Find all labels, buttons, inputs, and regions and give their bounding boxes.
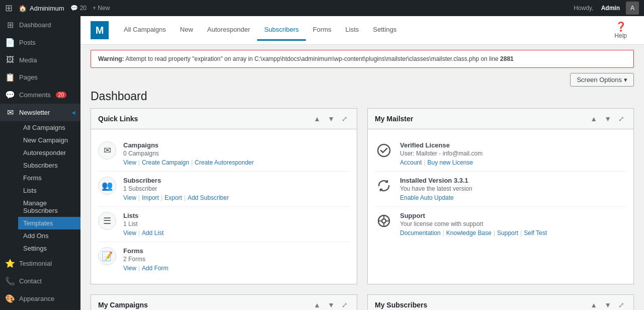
- ql-subscribers-export[interactable]: Export: [165, 194, 182, 201]
- ql-subscribers-sub: 1 Subscriber: [123, 185, 350, 192]
- sidebar-item-pages[interactable]: 📋 Pages: [0, 68, 80, 86]
- quick-links-body: ✉ Campaigns 0 Campaigns View|Create Camp…: [91, 129, 357, 284]
- ql-forms-icon: 📝: [98, 247, 116, 265]
- help-circle-icon: ❓: [614, 21, 627, 32]
- new-bar-item[interactable]: + New: [93, 5, 110, 12]
- mm-knowledge-base-link[interactable]: Knowledge Base: [446, 229, 492, 237]
- quick-links-title: Quick Links: [98, 115, 311, 123]
- sidebar-item-testimonial[interactable]: ⭐ Testimonial: [0, 255, 80, 272]
- screen-options-button[interactable]: Screen Options ▾: [570, 73, 634, 87]
- quick-links-collapse-down[interactable]: ▼: [326, 114, 337, 124]
- my-subscribers-widget: My Subscribers ▲ ▼ ⤢ You have 1 Subscrib…: [367, 294, 634, 310]
- my-campaigns-collapse-down[interactable]: ▼: [326, 300, 337, 310]
- plugin-nav-forms[interactable]: Forms: [306, 20, 339, 41]
- sidebar-item-comments[interactable]: 💬 Comments 20: [0, 86, 80, 104]
- sidebar-item-forms[interactable]: Forms: [18, 172, 80, 184]
- mm-account-link[interactable]: Account: [400, 159, 422, 166]
- sidebar-item-autoresponder[interactable]: Autoresponder: [18, 146, 80, 159]
- sidebar-item-new-campaign[interactable]: New Campaign: [18, 134, 80, 146]
- plugin-nav-all-campaigns[interactable]: All Campaigns: [117, 20, 173, 41]
- mm-version-links: Enable Auto Update: [400, 194, 626, 201]
- wp-logo-icon[interactable]: ⊞: [5, 3, 13, 14]
- ql-lists-view[interactable]: View: [123, 229, 136, 237]
- mm-license-sub: User: Mailster - info@mail.com: [400, 150, 626, 157]
- my-subscribers-title: My Subscribers: [375, 301, 588, 309]
- mm-license-content: Verified License User: Mailster - info@m…: [400, 141, 626, 166]
- plugin-nav-autoresponder[interactable]: Autoresponder: [200, 20, 257, 41]
- sidebar-item-appearance[interactable]: 🎨 Appearance: [0, 290, 80, 307]
- testimonial-icon: ⭐: [5, 259, 15, 268]
- sidebar-item-media[interactable]: 🖼 Media: [0, 51, 80, 68]
- ql-add-form[interactable]: Add Form: [142, 265, 169, 272]
- chevron-down-icon: ▾: [624, 76, 627, 84]
- sidebar-item-settings[interactable]: Settings: [18, 242, 80, 255]
- sidebar-item-newsletter[interactable]: ✉ Newsletter ◀: [0, 104, 80, 121]
- my-subscribers-header: My Subscribers ▲ ▼ ⤢: [368, 295, 633, 310]
- svg-point-0: [378, 144, 390, 157]
- my-subscribers-collapse-up[interactable]: ▲: [588, 300, 599, 310]
- mm-self-test-link[interactable]: Self Test: [524, 229, 547, 237]
- sidebar-item-templates[interactable]: Templates: [18, 217, 80, 229]
- my-subscribers-collapse-down[interactable]: ▼: [602, 300, 613, 310]
- comments-bar-item[interactable]: 💬 20: [70, 5, 87, 12]
- ql-lists-sub: 1 List: [123, 220, 350, 227]
- layout: ⊞ Dashboard 📄 Posts 🖼 Media 📋 Pages 💬 Co…: [0, 16, 644, 310]
- plugin-nav-settings[interactable]: Settings: [366, 20, 404, 41]
- page-title-wrap: Dashboard: [80, 90, 644, 108]
- sidebar-item-manage-subscribers[interactable]: Manage Subscribers: [18, 197, 80, 217]
- ql-campaigns-content: Campaigns 0 Campaigns View|Create Campai…: [123, 141, 350, 166]
- ql-campaigns-row: ✉ Campaigns 0 Campaigns View|Create Camp…: [98, 136, 350, 172]
- ql-add-list[interactable]: Add List: [142, 229, 164, 237]
- my-campaigns-collapse-up[interactable]: ▲: [311, 300, 323, 310]
- mm-license-links: Account|Buy new License: [400, 159, 626, 166]
- ql-add-subscriber[interactable]: Add Subscriber: [188, 194, 229, 201]
- mm-version-row: Installed Version 3.3.1 You have the lat…: [375, 172, 626, 207]
- sidebar-item-dashboard[interactable]: ⊞ Dashboard: [0, 16, 80, 34]
- warning-bar: Warning: Attempt to read property "expir…: [91, 50, 634, 68]
- plugin-nav-subscribers[interactable]: Subscribers: [257, 20, 306, 41]
- my-campaigns-header: My Campaigns ▲ ▼ ⤢: [91, 295, 357, 310]
- quick-links-collapse-up[interactable]: ▲: [311, 114, 323, 124]
- posts-icon: 📄: [5, 38, 15, 47]
- my-mailster-header: My Mailster ▲ ▼ ⤢: [368, 109, 633, 129]
- my-mailster-collapse-down[interactable]: ▼: [602, 114, 613, 124]
- ql-campaigns-autoresponder[interactable]: Create Autoresponder: [195, 159, 254, 166]
- avatar[interactable]: A: [626, 2, 639, 15]
- my-mailster-expand[interactable]: ⤢: [616, 114, 626, 124]
- site-name[interactable]: 🏠 Adminimum: [19, 5, 64, 12]
- my-campaigns-expand[interactable]: ⤢: [340, 300, 350, 310]
- sidebar-item-add-ons[interactable]: Add Ons: [18, 229, 80, 242]
- sidebar-item-contact[interactable]: 📞 Contact: [0, 272, 80, 290]
- plugin-logo: M: [91, 21, 109, 39]
- ql-campaigns-view[interactable]: View: [123, 159, 136, 166]
- ql-campaigns-sub: 0 Campaigns: [123, 150, 350, 157]
- sidebar-item-lists[interactable]: Lists: [18, 184, 80, 197]
- plugin-nav-new[interactable]: New: [173, 20, 200, 41]
- plugin-help-button[interactable]: ❓ Help: [607, 17, 634, 43]
- sidebar-item-subscribers[interactable]: Subscribers: [18, 159, 80, 172]
- ql-forms-row: 📝 Forms 2 Forms View|Add Form: [98, 242, 350, 277]
- ql-forms-sub: 2 Forms: [123, 256, 350, 263]
- my-mailster-body: Verified License User: Mailster - info@m…: [368, 129, 633, 249]
- mm-buy-license-link[interactable]: Buy new License: [427, 159, 473, 166]
- mm-documentation-link[interactable]: Documentation: [400, 229, 441, 237]
- sidebar-item-posts[interactable]: 📄 Posts: [0, 34, 80, 51]
- support-icon: [375, 212, 393, 230]
- my-subscribers-expand[interactable]: ⤢: [616, 300, 626, 310]
- ql-subscribers-view[interactable]: View: [123, 194, 136, 201]
- sidebar-item-all-campaigns[interactable]: All Campaigns: [18, 121, 80, 134]
- mm-support-title: Support: [400, 212, 626, 219]
- ql-campaigns-create[interactable]: Create Campaign: [142, 159, 189, 166]
- my-mailster-widget: My Mailster ▲ ▼ ⤢: [367, 108, 634, 284]
- ql-subscribers-import[interactable]: Import: [142, 194, 159, 201]
- ql-forms-view[interactable]: View: [123, 265, 136, 272]
- mm-auto-update-link[interactable]: Enable Auto Update: [400, 194, 454, 201]
- mm-license-row: Verified License User: Mailster - info@m…: [375, 136, 626, 172]
- ql-subscribers-title: Subscribers: [123, 177, 350, 184]
- page-title: Dashboard: [91, 90, 634, 103]
- quick-links-expand[interactable]: ⤢: [340, 114, 350, 124]
- plugin-nav-lists[interactable]: Lists: [339, 20, 366, 41]
- mm-support-link[interactable]: Support: [497, 229, 518, 237]
- my-mailster-collapse-up[interactable]: ▲: [588, 114, 599, 124]
- ql-subscribers-icon: 👥: [98, 177, 116, 195]
